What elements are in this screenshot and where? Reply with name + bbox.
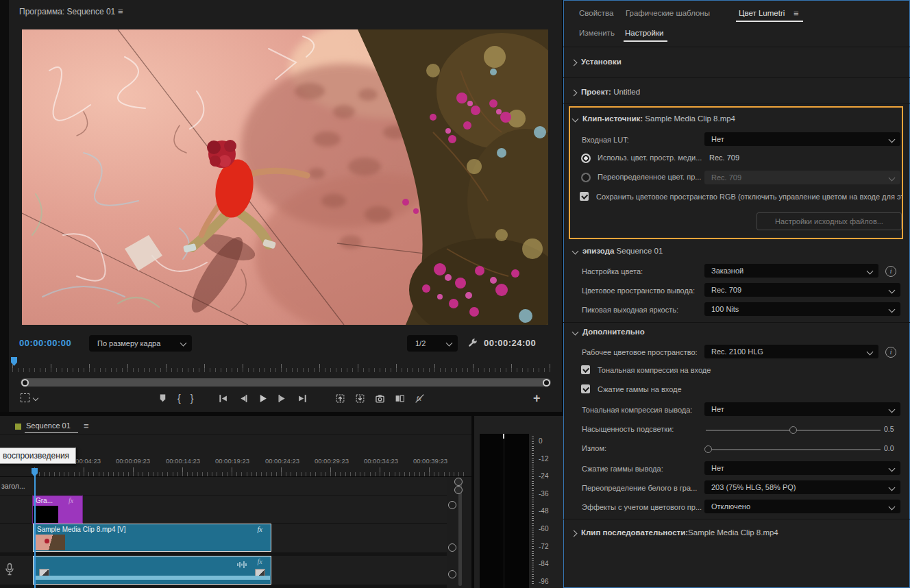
meter-scale-ticks [532,437,534,586]
preserve-rgb-checkbox[interactable] [580,192,589,201]
color-aware-dropdown[interactable]: Отключено [704,500,900,513]
track-v1-control-circle[interactable] [448,543,456,552]
output-gamma-dropdown[interactable]: Нет [704,461,900,475]
comparison-view-button[interactable] [395,393,405,404]
play-button[interactable] [258,393,268,404]
chevron-right-icon[interactable] [571,530,578,537]
scrollbar-left-handle[interactable] [21,379,29,387]
input-gamma-checkbox[interactable] [581,384,590,393]
use-media-radio[interactable] [581,154,591,163]
mark-out-button[interactable]: } [190,393,194,404]
use-media-value: Rec. 709 [709,154,739,162]
lumetri-menu-icon[interactable]: ≡ [794,9,799,18]
graphic-clip[interactable]: Gra... fx [33,496,82,523]
lift-button[interactable] [335,393,345,404]
output-space-label: Цветовое пространство вывода: [582,286,695,295]
input-lut-value: Нет [711,132,724,146]
step-forward-button[interactable] [278,393,288,404]
sequence-clip-value: Sample Media Clip 8.mp4 [688,528,778,537]
ruler-label: 00:00:19:23 [208,457,257,465]
slider-knob[interactable] [789,426,797,434]
fx-badge: fx [69,497,73,504]
export-frame-button[interactable] [375,393,385,404]
video-frame-art [22,29,548,325]
fit-dropdown[interactable]: По размеру кадра [89,335,192,352]
chevron-down-icon[interactable] [572,329,579,336]
info-icon[interactable]: i [885,347,896,358]
panel-menu-icon[interactable]: ≡ [118,7,123,16]
section-settings[interactable]: Установки [581,58,622,66]
monitor-mini-ruler[interactable] [12,364,551,372]
subtab-settings[interactable]: Настройки [625,29,663,37]
go-to-out-button[interactable] [297,393,308,404]
audio-clip[interactable]: fx [33,556,271,585]
section-sequence-clip[interactable]: Клип последовательности:Sample Media Cli… [581,528,778,537]
monitor-zoom-scrollbar[interactable] [21,378,551,387]
section-sequence[interactable]: эпизода Sequence 01 [582,247,663,255]
chevron-right-icon[interactable] [571,60,578,66]
color-setup-dropdown[interactable]: Заказной [704,264,878,278]
scrollbar-right-handle[interactable] [543,379,550,387]
chevron-down-icon[interactable] [572,248,579,255]
timeline-menu-icon[interactable]: ≡ [84,421,89,430]
color-setup-value: Заказной [711,264,743,278]
section-source-clip[interactable]: Клип-источник: Sample Media Clip 8.mp4 [582,114,735,123]
video-clip-label: Sample Media Clip 8.mp4 [V] [37,526,126,533]
white-override-value: 203 (75% HLG, 58% PQ) [711,480,796,494]
program-monitor-video[interactable] [22,29,548,325]
tab-graphic-templates[interactable]: Графические шаблоны [626,9,710,17]
video-clip[interactable]: Sample Media Clip 8.mp4 [V] fx [33,524,271,552]
voiceover-mic-icon[interactable] [4,563,15,579]
source-clip-label: Клип-источник: [582,114,643,123]
divider [0,434,471,435]
scrollbar-handle[interactable] [454,486,463,494]
global-fx-mute-button[interactable]: fx [415,393,425,404]
audio-waveform-icon [236,559,247,571]
white-override-dropdown[interactable]: 203 (75% HLG, 58% PQ) [704,480,900,494]
output-space-dropdown[interactable]: Rec. 709 [704,283,900,297]
sequence-clip-label: Клип последовательности: [581,528,688,537]
source-settings-button[interactable]: Настройки исходных файлов... [757,212,902,230]
active-tab-underline [736,21,803,22]
peak-brightness-dropdown[interactable]: 100 Nits [704,302,900,316]
mark-in-button[interactable]: { [177,393,181,404]
chevron-down-icon [180,340,187,347]
add-marker-button[interactable] [158,393,168,404]
output-tone-dropdown[interactable]: Нет [704,402,900,416]
track-v3[interactable] [0,477,447,496]
track-a1-control-circle[interactable] [448,570,456,578]
scrollbar-handle[interactable] [454,478,463,486]
button-editor-plus[interactable]: + [533,391,541,406]
track-v2-control-circle[interactable] [448,501,456,509]
knee-slider[interactable] [706,449,881,450]
input-tone-checkbox[interactable] [581,365,590,374]
go-to-in-button[interactable] [218,393,228,404]
extract-button[interactable] [355,393,365,404]
highlight-sat-slider[interactable] [706,430,881,431]
settings-toggle[interactable] [21,393,38,402]
section-advanced[interactable]: Дополнительно [582,328,645,336]
tab-properties[interactable]: Свойства [579,9,614,17]
current-timecode[interactable]: 00:00:00:00 [19,338,71,348]
override-radio[interactable] [581,173,591,182]
timeline-tab-label[interactable]: Sequence 01 [26,421,71,430]
tab-lumetri-color[interactable]: Цвет Lumetri [739,9,785,17]
chevron-right-icon[interactable] [571,90,578,97]
monitor-settings-wrench-icon[interactable] [467,338,478,348]
input-lut-dropdown[interactable]: Нет [704,132,900,146]
timeline-ruler[interactable] [34,467,466,476]
step-back-button[interactable] [238,393,248,404]
info-icon[interactable]: i [885,266,896,277]
section-project[interactable]: Проект: Untitled [581,88,640,96]
audio-meter-bars [480,434,529,588]
override-label: Переопределенное цвет. пр... [598,173,701,181]
subtab-edit[interactable]: Изменить [579,29,615,37]
resolution-dropdown[interactable]: 1/2 [407,335,458,352]
working-space-dropdown[interactable]: Rec. 2100 HLG [704,345,878,358]
slider-knob[interactable] [704,445,712,453]
color-setup-label: Настройка цвета: [582,267,643,275]
fit-dropdown-value: По размеру кадра [97,335,160,352]
input-lut-label: Входная LUT: [582,136,629,144]
ruler-label: 00:00:39:23 [406,457,455,465]
chevron-down-icon [867,349,874,356]
